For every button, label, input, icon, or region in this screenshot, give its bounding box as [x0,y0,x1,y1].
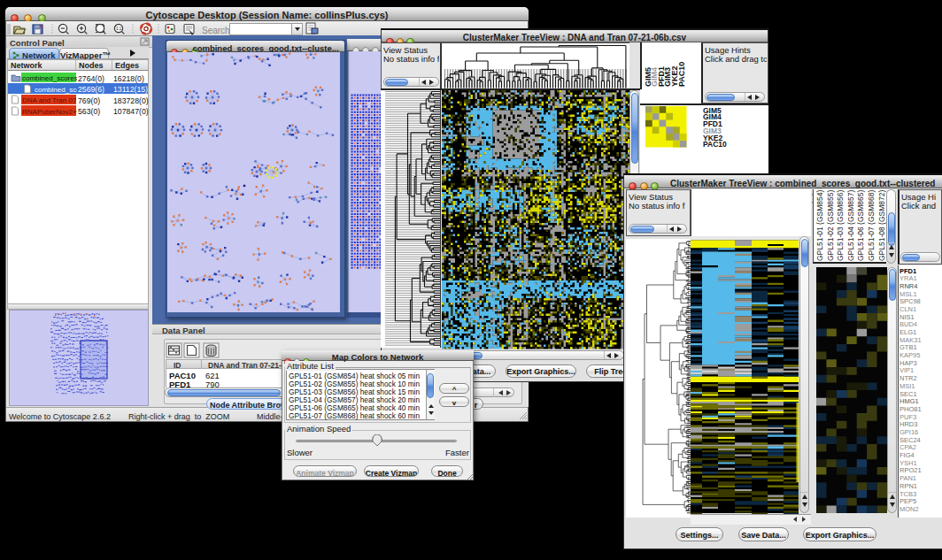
svg-text:1:1: 1:1 [116,27,122,31]
